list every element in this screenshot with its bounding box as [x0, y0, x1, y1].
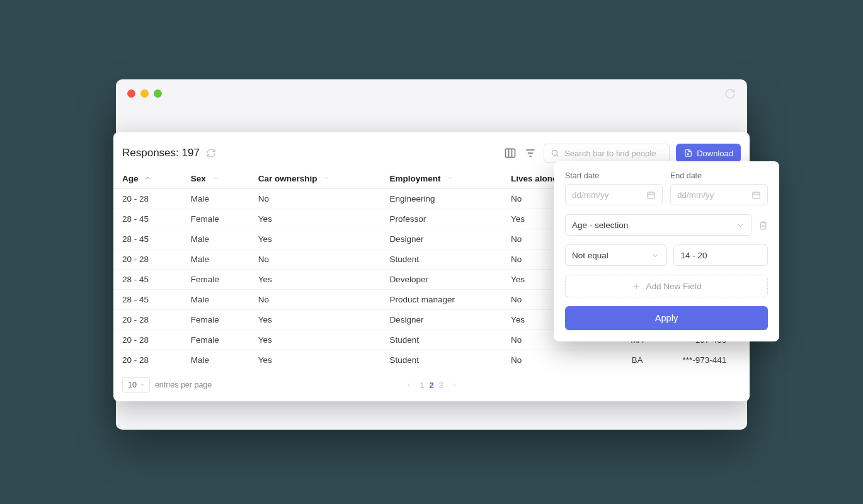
- cell-emp: Designer: [380, 310, 502, 330]
- cell-sex: Female: [182, 270, 249, 290]
- cell-car: Yes: [249, 310, 381, 330]
- search-placeholder: Search bar to find people: [564, 149, 656, 158]
- cell-sex: Male: [182, 189, 249, 209]
- cell-car: Yes: [249, 350, 381, 370]
- cell-alone: No: [502, 350, 615, 370]
- pagination: 123: [406, 381, 457, 390]
- chevron-down-icon: [139, 382, 146, 388]
- cell-emp: Student: [380, 249, 502, 270]
- card-footer: 10 entries per page 123: [113, 370, 750, 392]
- chevron-down-icon: [736, 220, 745, 230]
- search-input[interactable]: Search bar to find people: [544, 144, 670, 163]
- col-sex[interactable]: Sex: [182, 169, 249, 189]
- table-row[interactable]: 20 - 28MaleYesStudentNoBA***-973-441: [113, 350, 750, 370]
- cell-emp: Student: [380, 330, 502, 350]
- cell-emp: Professor: [380, 209, 502, 229]
- delete-filter-icon[interactable]: [758, 220, 768, 230]
- cell-age: 28 - 45: [113, 209, 182, 229]
- apply-button[interactable]: Apply: [565, 306, 768, 330]
- cell-car: Yes: [249, 229, 381, 249]
- columns-icon[interactable]: [503, 146, 517, 160]
- cell-age: 28 - 45: [113, 229, 182, 249]
- page-3[interactable]: 3: [439, 381, 443, 390]
- svg-rect-12: [753, 192, 760, 198]
- page-1[interactable]: 1: [420, 381, 424, 390]
- responses-count: 197: [182, 147, 200, 159]
- cell-emp: Developer: [380, 270, 502, 290]
- cell-age: 20 - 28: [113, 310, 182, 330]
- sync-icon: [724, 88, 736, 100]
- filter-icon[interactable]: [523, 146, 537, 160]
- cell-car: No: [249, 290, 381, 310]
- traffic-close-icon[interactable]: [127, 89, 135, 98]
- filter-field-select[interactable]: Age - selection: [565, 214, 752, 236]
- cell-sex: Female: [182, 209, 249, 229]
- cell-sex: Male: [182, 290, 249, 310]
- cell-car: No: [249, 249, 381, 270]
- cell-sex: Male: [182, 350, 249, 370]
- col-employment[interactable]: Employment: [380, 169, 502, 189]
- start-date-label: Start date: [565, 171, 663, 180]
- col-car[interactable]: Car ownership: [249, 169, 381, 189]
- plus-icon: [632, 282, 641, 291]
- title-prefix: Responses:: [122, 147, 179, 159]
- start-date-input[interactable]: dd/mm/yy: [565, 184, 663, 205]
- cell-car: No: [249, 189, 381, 209]
- cell-age: 28 - 45: [113, 270, 182, 290]
- cell-degree: BA: [615, 350, 660, 370]
- cell-age: 20 - 28: [113, 350, 182, 370]
- add-new-field-button[interactable]: Add New Field: [565, 275, 768, 297]
- cell-car: Yes: [249, 209, 381, 229]
- refresh-icon[interactable]: [206, 148, 216, 158]
- cell-sex: Male: [182, 249, 249, 270]
- end-date-label: End date: [670, 171, 768, 180]
- filter-value-input[interactable]: 14 - 20: [673, 244, 768, 266]
- traffic-minimize-icon[interactable]: [140, 89, 149, 98]
- cell-phone: ***-973-441: [660, 350, 750, 370]
- end-date-input[interactable]: dd/mm/yy: [670, 184, 768, 205]
- start-date-placeholder: dd/mm/yy: [572, 190, 609, 200]
- cell-age: 20 - 28: [113, 249, 182, 270]
- cell-sex: Male: [182, 229, 249, 249]
- cell-sex: Female: [182, 330, 249, 350]
- col-age[interactable]: Age: [113, 169, 182, 189]
- calendar-icon: [646, 190, 656, 200]
- svg-line-7: [557, 155, 559, 157]
- download-button[interactable]: Download: [676, 144, 741, 163]
- page-prev[interactable]: [406, 382, 412, 388]
- page-next[interactable]: [451, 382, 457, 388]
- end-date-placeholder: dd/mm/yy: [677, 190, 714, 200]
- cell-car: Yes: [249, 270, 381, 290]
- traffic-zoom-icon[interactable]: [154, 89, 162, 98]
- chevron-down-icon: [323, 174, 330, 183]
- download-label: Download: [697, 149, 733, 158]
- cell-emp: Product manager: [380, 290, 502, 310]
- cell-age: 28 - 45: [113, 290, 182, 310]
- svg-point-6: [552, 150, 557, 155]
- cell-emp: Student: [380, 350, 502, 370]
- chevron-down-icon: [651, 251, 660, 260]
- filter-popover: Start date dd/mm/yy End date dd/mm/yy Ag…: [554, 161, 779, 341]
- cell-age: 20 - 28: [113, 189, 182, 209]
- responses-title: Responses: 197: [122, 147, 216, 159]
- page-2[interactable]: 2: [429, 381, 433, 390]
- browser-titlebar: [116, 79, 747, 108]
- cell-sex: Female: [182, 310, 249, 330]
- chevron-down-icon: [212, 174, 219, 183]
- calendar-icon: [752, 190, 761, 200]
- filter-operator-select[interactable]: Not equal: [565, 244, 667, 266]
- download-icon: [683, 149, 692, 158]
- cell-age: 20 - 28: [113, 330, 182, 350]
- entries-per-page-label: entries per page: [155, 381, 212, 389]
- search-icon: [551, 149, 559, 158]
- svg-rect-8: [648, 192, 654, 198]
- sort-asc-icon: [144, 174, 151, 183]
- cell-emp: Designer: [380, 229, 502, 249]
- cell-emp: Engineering: [380, 189, 502, 209]
- page-size-select[interactable]: 10: [122, 377, 150, 392]
- chevron-down-icon: [447, 174, 454, 183]
- svg-rect-0: [506, 149, 515, 157]
- cell-car: Yes: [249, 330, 381, 350]
